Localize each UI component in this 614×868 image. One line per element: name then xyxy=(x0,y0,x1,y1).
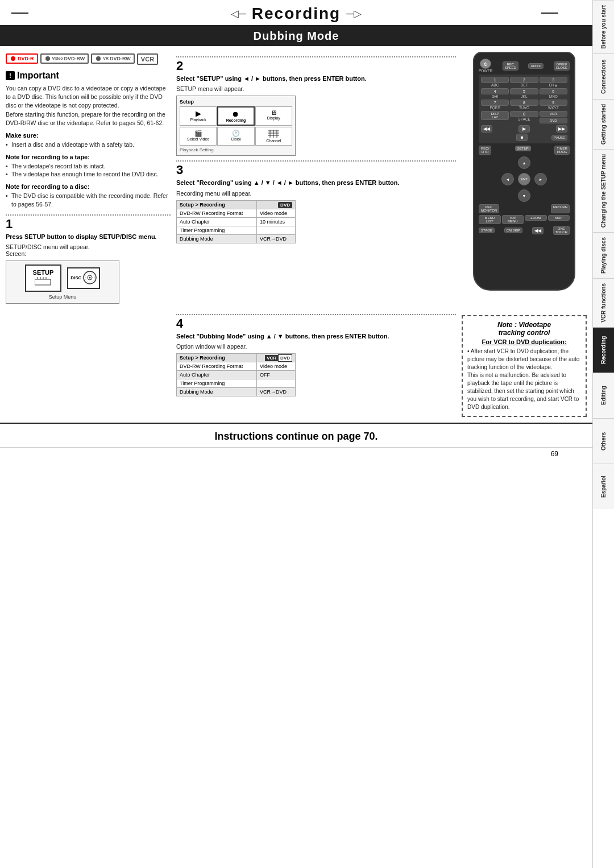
btn-5[interactable]: 5 xyxy=(510,88,538,94)
btn-6[interactable]: 6 xyxy=(540,88,567,94)
btn-1-label: ABC xyxy=(481,83,509,87)
right-btn[interactable]: ► xyxy=(534,173,547,185)
btn-2-label: DEF xyxy=(510,83,538,87)
enter-btn[interactable]: ENT xyxy=(518,173,530,185)
display-btn[interactable]: DISPLAY xyxy=(481,111,509,120)
sidebar-tab-before-you-start[interactable]: Before you start xyxy=(593,0,614,53)
power-btn[interactable]: ⏻ xyxy=(480,59,491,69)
recotr-btn[interactable]: REC/OTR xyxy=(479,146,491,155)
btn-7-label: PQRS xyxy=(481,106,509,110)
numpad-grid: 1 ABC 2 DEF 3 CH▲ xyxy=(481,77,567,123)
sidebar-tab-recording[interactable]: Recording xyxy=(593,327,614,373)
sidebar-tab-editing[interactable]: Editing xyxy=(593,373,614,418)
btn-7[interactable]: 7 xyxy=(481,100,509,106)
onetouch-btn[interactable]: ONETOUCH xyxy=(553,226,570,235)
btn-4[interactable]: 4 xyxy=(481,88,509,94)
bottom-left xyxy=(6,309,171,417)
vcr-badge: VCR xyxy=(265,355,278,361)
play-btn[interactable]: ▶ xyxy=(518,125,530,133)
rec-row-1-value: Video mode xyxy=(257,209,296,217)
note-tape-title: Note for recording to a tape: xyxy=(6,154,171,160)
rec-row-4-label: Dubbing Mode xyxy=(177,234,257,243)
menulist-btn[interactable]: MENULIST xyxy=(479,215,501,224)
step1-section: 1 Press SETUP button to display SETUP/DI… xyxy=(6,214,171,304)
rec-menu-header-right: DVD xyxy=(257,200,296,209)
btn-0[interactable]: 0 xyxy=(510,111,538,117)
rec2-header-left: Setup > Recording xyxy=(177,354,257,362)
note-videotape-text: • After start VCR to DVD duplication, th… xyxy=(467,348,581,411)
setup-btn[interactable]: SETUP xyxy=(515,146,531,151)
step3-number: 3 xyxy=(176,164,456,176)
recspeed-btn[interactable]: RECSPEED xyxy=(503,61,518,71)
sidebar-tab-vcr-functions[interactable]: VCR functions xyxy=(593,278,614,327)
stop-controls-row: ■ PAUSE xyxy=(481,134,567,141)
step1-result: SETUP/DISC menu will appear.Screen: xyxy=(6,243,171,257)
important-label: Important xyxy=(17,71,59,81)
sidebar-tab-getting-started[interactable]: Getting started xyxy=(593,99,614,149)
dvd-r-logo: DVD-R xyxy=(6,53,38,64)
left-column: DVD-R Video DVD-RW VR DVD-RW VCR xyxy=(6,52,171,304)
btn-8[interactable]: 8 xyxy=(510,100,538,106)
logo-area: DVD-R Video DVD-RW VR DVD-RW VCR xyxy=(6,52,171,65)
step1-number: 1 xyxy=(6,218,171,230)
btn-9[interactable]: 9 xyxy=(540,100,567,106)
note-tape-list: The videotape's record tab is intact. Th… xyxy=(6,162,171,179)
setup-menu-title: Setup xyxy=(180,99,292,105)
rewind-btn[interactable]: ◀◀ xyxy=(481,125,492,133)
btn-1[interactable]: 1 xyxy=(481,77,509,83)
rec2-row-4-value: VCR→DVD xyxy=(257,388,296,396)
btn-2[interactable]: 2 xyxy=(510,77,538,83)
menulist-section: MENULIST xyxy=(479,215,501,224)
last-row: STAGE CM SKIP ◀◀ ONETOUCH xyxy=(479,226,570,235)
skip-btn[interactable]: SKIP xyxy=(548,215,570,221)
sidebar-tab-others[interactable]: Others xyxy=(593,418,614,464)
step2-result: SETUP menu will appear. xyxy=(176,85,456,92)
btn-2-section: 2 DEF xyxy=(510,77,538,87)
recmonitor-return-row: RECMONITOR RETURN xyxy=(479,204,570,213)
btn-3-label: CH▲ xyxy=(540,83,567,87)
note-videotape-subtitle: For VCR to DVD duplication: xyxy=(467,338,581,345)
ffwd-btn[interactable]: ▶▶ xyxy=(556,125,567,133)
recording-menu-table: Setup > Recording DVD DVD-RW Recording F… xyxy=(176,200,296,243)
sidebar-tab-connections[interactable]: Connections xyxy=(593,53,614,99)
cmmskip-btn[interactable]: CM SKIP xyxy=(504,228,523,233)
openclose-btn[interactable]: OPEN/CLOSE xyxy=(554,61,570,71)
step3-result: Recording menu will appear. xyxy=(176,190,456,197)
down-btn[interactable]: ▼ xyxy=(518,189,530,202)
rec-row-4-value: VCR→DVD xyxy=(257,234,296,243)
return-btn[interactable]: RETURN xyxy=(551,204,570,213)
note-videotape-title: Note : Videotapetracking control xyxy=(467,321,581,337)
sidebar-tab-changing-setup[interactable]: Changing the SETUP menu xyxy=(593,149,614,232)
bottom-right: Note : Videotapetracking control For VCR… xyxy=(462,309,587,417)
sidebar-tab-espanol[interactable]: Español xyxy=(593,464,614,509)
skipback-btn[interactable]: ◀◀ xyxy=(532,227,544,234)
remote-wrapper: ⏻ POWER RECSPEED AUDIO OPEN/CLOSE xyxy=(462,52,587,291)
timerprog-btn[interactable]: TIMERPROG xyxy=(554,146,570,155)
btn-8-label: TUVO xyxy=(510,106,538,110)
rec2-row-3-value xyxy=(257,379,296,388)
audio-section: AUDIO xyxy=(528,63,544,69)
audio-btn[interactable]: AUDIO xyxy=(528,63,544,69)
pause-btn[interactable]: PAUSE xyxy=(551,135,567,140)
rec-row-1-label: DVD-RW Recording Format xyxy=(177,209,257,217)
rec-menu-header-left: Setup > Recording xyxy=(177,200,257,209)
dubbing-mode-title: Dubbing Mode xyxy=(254,30,339,42)
left-btn[interactable]: ◄ xyxy=(501,173,514,185)
up-btn[interactable]: ▲ xyxy=(518,156,530,169)
recmonitor-btn[interactable]: RECMONITOR xyxy=(479,204,499,213)
disc-icon xyxy=(83,271,97,286)
step2-number: 2 xyxy=(176,60,456,72)
bottom-area: 4 Select "Dubbing Mode" using ▲ / ▼ butt… xyxy=(0,309,592,417)
note-disc-list: The DVD disc is compatible with the reco… xyxy=(6,192,171,208)
dvd-btn[interactable]: DVD xyxy=(540,118,567,123)
zoom-btn[interactable]: ZOOM xyxy=(525,215,547,221)
important-section: ! Important You can copy a DVD disc to a… xyxy=(6,71,171,209)
stop-btn[interactable]: ■ xyxy=(516,134,528,141)
topmenu-btn[interactable]: TOPMENU xyxy=(502,215,524,224)
vcr-btn[interactable]: VCR xyxy=(540,111,567,117)
btn-9-section: 9 WXYZ xyxy=(540,100,567,110)
svg-rect-0 xyxy=(35,279,51,285)
sidebar-tab-playing-discs[interactable]: Playing discs xyxy=(593,232,614,278)
stage-btn[interactable]: STAGE xyxy=(479,228,495,233)
btn-3[interactable]: 3 xyxy=(540,77,567,83)
